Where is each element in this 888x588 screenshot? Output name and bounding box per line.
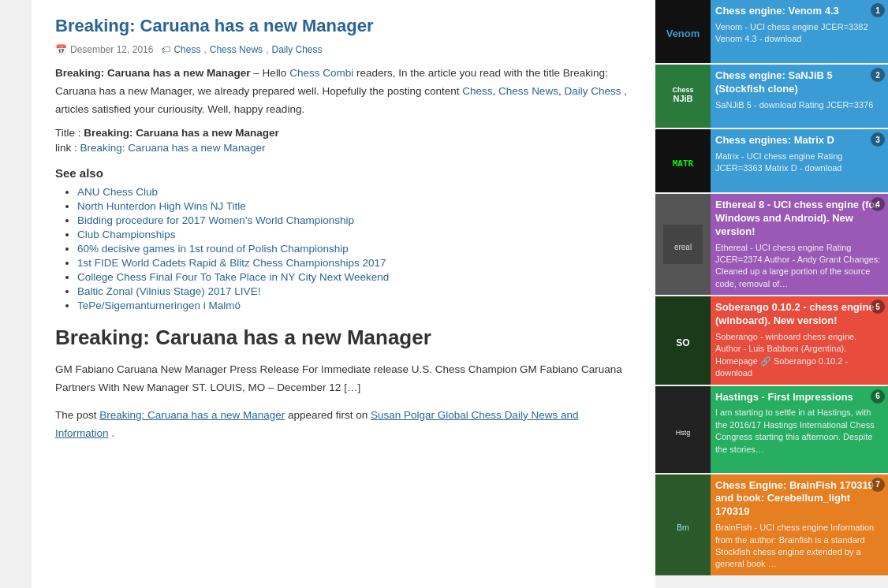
sidebar-item-2[interactable]: Chess NJiB Chess engine: SaNJiB 5 (Stock… [655,65,888,128]
post-mid: appeared first on [288,409,371,421]
sidebar-desc-3: Matrix - UCI chess engine Rating JCER=33… [715,151,882,175]
see-also-list: ANU Chess Club North Hunterdon High Wins… [55,186,632,311]
sidebar-desc-6: I am starting to settle in at Hastings, … [715,407,882,456]
sidebar-title-3: Chess engines: Matrix D [715,134,882,147]
sidebar-number-4: 4 [871,197,885,211]
sidebar-text-3: Chess engines: Matrix D Matrix - UCI che… [711,129,888,192]
post-prefix: The post [55,409,99,421]
thumb-label-6: Hstg [659,406,707,453]
sidebar-title-7: Chess Engine: BrainFish 170319 and book:… [715,479,882,519]
list-item: ANU Chess Club [77,186,632,198]
sidebar-text-5: Soberango 0.10.2 - chess engine (winboar… [711,296,888,384]
sidebar-text-4: Ethereal 8 - UCI chess engine (for Windo… [711,194,888,295]
sidebar-thumb-5: SO [655,296,711,384]
article1-title[interactable]: Breaking: Caruana has a new Manager [55,16,632,36]
article-intro: Breaking: Caruana has a new Manager – He… [55,65,632,119]
sidebar-thumb-4: ereal [655,194,711,295]
sanji-icon: Chess NJiB [663,76,703,116]
see-also-link-8[interactable]: Baltic Zonal (Vilnius Stage) 2017 LIVE! [77,285,260,297]
thumb-label-1: Venom [659,8,707,55]
see-also-link-3[interactable]: Bidding procedure for 2017 Women's World… [77,214,354,226]
thumb-label-7: Brn [659,501,707,549]
sidebar-thumb-3: MATR [655,129,711,192]
sidebar-desc-4: Ethereal - UCI chess engine Rating JCER=… [715,242,882,291]
sidebar-title-4: Ethereal 8 - UCI chess engine (for Windo… [715,199,882,239]
see-also-link-7[interactable]: College Chess Final Four To Take Place i… [77,271,389,283]
see-also-link-5[interactable]: 60% decisive games in 1st round of Polis… [77,243,349,255]
tag-icon: 🏷 [161,44,170,55]
list-item: 60% decisive games in 1st round of Polis… [77,243,632,255]
see-also-link-1[interactable]: ANU Chess Club [77,186,158,198]
article-title-field: Title : Breaking: Caruana has a new Mana… [55,127,632,139]
sidebar-thumb-1: Venom [655,0,711,63]
chess-news-link[interactable]: Chess News [498,85,558,97]
article-tags: 🏷 Chess, Chess News, Daily Chess [161,44,322,55]
chess-combi-link[interactable]: Chess Combi [289,67,353,79]
see-also-link-9[interactable]: TePe/Sigemanturneringen i Malmö [77,300,241,311]
sidebar-number-2: 2 [871,68,885,82]
see-also-link-6[interactable]: 1st FIDE World Cadets Rapid & Blitz Ches… [77,257,386,269]
intro-text: – Hello [253,67,289,79]
svg-text:NJiB: NJiB [673,94,692,103]
sidebar-thumb-7: Brn [655,474,711,575]
svg-text:MATR: MATR [673,158,694,169]
sidebar-text-2: Chess engine: SaNJiB 5 (Stockfish clone)… [711,65,888,128]
chess-link[interactable]: Chess [462,85,492,97]
list-item: Club Championships [77,229,632,240]
title-label: Title : [55,127,84,139]
post-info: The post Breaking: Caruana has a new Man… [55,407,632,443]
title-value: Breaking: Caruana has a new Manager [84,127,279,139]
see-also-link-4[interactable]: Club Championships [77,229,176,240]
sidebar-item-7[interactable]: Brn Chess Engine: BrainFish 170319 and b… [655,474,888,575]
intro-bold: Breaking: Caruana has a new Manager [55,67,251,79]
sidebar-number-3: 3 [871,132,885,147]
sidebar-item-6[interactable]: Hstg Hastings - First Impressions I am s… [655,386,888,473]
svg-text:Venom: Venom [666,28,700,39]
list-item: North Hunterdon High Wins NJ Title [77,200,632,212]
sidebar-desc-7: BrainFish - UCI chess engine Information… [715,522,882,571]
post-title-link[interactable]: Breaking: Caruana has a new Manager [99,409,285,421]
sidebar-number-6: 6 [871,389,885,404]
list-item: TePe/Sigemanturneringen i Malmö [77,300,632,311]
article-self-link[interactable]: Breaking: Caruana has a new Manager [80,142,266,154]
matrix-icon: MATR [663,141,703,180]
article-date: 📅 Desember 12, 2016 [55,44,153,55]
sidebar-desc-5: Soberango - winboard chess engine. Autho… [715,331,882,380]
sidebar-item-1[interactable]: Venom Chess engine: Venom 4.3 Venom - UC… [655,0,888,63]
sidebar-thumb-6: Hstg [655,386,711,473]
brainfish-icon: Brn [663,505,703,545]
sidebar-text-1: Chess engine: Venom 4.3 Venom - UCI ches… [711,0,888,63]
sidebar-item-5[interactable]: SO Soberango 0.10.2 - chess engine (winb… [655,296,888,384]
article2-title: Breaking: Caruana has a new Manager [55,326,632,350]
hastings-icon: Hstg [663,410,703,449]
sidebar-item-4[interactable]: ereal Ethereal 8 - UCI chess engine (for… [655,194,888,295]
thumb-label-3: MATR [659,137,707,184]
list-item: 1st FIDE World Cadets Rapid & Blitz Ches… [77,257,632,269]
sidebar-number-7: 7 [871,478,885,492]
svg-text:Hstg: Hstg [676,429,691,437]
sidebar-title-2: Chess engine: SaNJiB 5 (Stockfish clone) [715,69,882,96]
svg-text:Brn: Brn [677,523,689,532]
sidebar-title-1: Chess engine: Venom 4.3 [715,5,882,18]
link-label: link : [55,142,80,154]
sidebar-title-5: Soberango 0.10.2 - chess engine (winboar… [715,301,882,328]
soberango-icon: SO [663,321,703,360]
sidebar-number-1: 1 [871,3,885,17]
see-also-link-2[interactable]: North Hunterdon High Wins NJ Title [77,200,246,212]
sidebar-title-6: Hastings - First Impressions [715,391,882,404]
calendar-icon: 📅 [55,44,67,55]
article-link-field: link : Breaking: Caruana has a new Manag… [55,142,632,154]
thumb-label-2: Chess NJiB [659,73,707,120]
sidebar-desc-2: SaNJiB 5 - download Rating JCER=3376 [715,99,882,111]
sidebar-thumb-2: Chess NJiB [655,65,711,128]
sidebar-item-3[interactable]: MATR Chess engines: Matrix D Matrix - UC… [655,129,888,192]
ethereal-icon: ereal [663,225,703,264]
svg-text:ereal: ereal [674,243,692,251]
list-item: College Chess Final Four To Take Place i… [77,271,632,283]
sidebar: Venom Chess engine: Venom 4.3 Venom - UC… [655,0,888,588]
daily-chess-link[interactable]: Daily Chess [564,85,621,97]
svg-text:Chess: Chess [672,86,693,94]
sidebar-text-7: Chess Engine: BrainFish 170319 and book:… [711,474,888,575]
thumb-label-4: ereal [659,221,707,268]
article2-body: GM Fabiano Caruana New Manager Press Rel… [55,361,632,397]
